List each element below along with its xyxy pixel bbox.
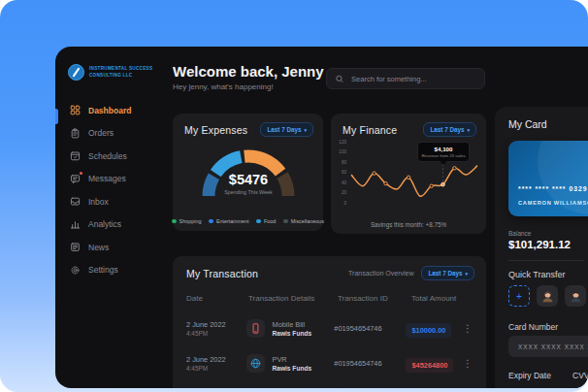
pvr-globe-icon — [246, 354, 265, 373]
settings-gear-icon — [70, 265, 81, 276]
table-row: 2 June 20224:45PM Mobile BillRawis Funds… — [186, 319, 473, 338]
sidebar-item-label: Inbox — [88, 197, 109, 207]
column-date: Date — [186, 294, 248, 303]
expenses-caption: Spending This Week — [176, 189, 321, 195]
legend-dot — [283, 219, 288, 224]
svg-text:40: 40 — [342, 180, 347, 185]
card-number-label: Card Number — [508, 322, 558, 332]
column-amount: Total Amount — [411, 294, 470, 303]
card-masked-number: **** **** **** 0329 — [518, 185, 588, 192]
my-card-panel: My Card **** **** **** 0329 CAMERON WILL… — [495, 107, 588, 388]
finance-footer: Savings this month: +8.75% — [331, 221, 486, 228]
column-id: Transaction ID — [338, 294, 411, 303]
transaction-date: 2 June 20224:45PM — [186, 320, 246, 337]
brand-logo: INSTRUMENTAL SUCCESS CONSULTING LLC — [68, 64, 152, 81]
sidebar-item-schedules[interactable]: Schedules — [55, 148, 160, 163]
column-details: Transaction Details — [248, 294, 338, 303]
dashboard-window: INSTRUMENTAL SUCCESS CONSULTING LLC Dash… — [55, 47, 588, 388]
quick-transfer-contact-1[interactable] — [537, 285, 558, 307]
transaction-amount: $45264800 — [406, 354, 463, 373]
sidebar-menu: DashboardOrdersSchedulesMessagesInboxAna… — [55, 103, 160, 278]
table-row: 2 June 20224:45PM PVRRawis Funds #019546… — [186, 354, 473, 373]
brand-name: INSTRUMENTAL SUCCESS CONSULTING LLC — [89, 66, 152, 80]
messages-chat-icon — [70, 174, 81, 184]
sidebar-item-analytics[interactable]: Analytics — [55, 217, 160, 232]
chevron-down-icon: ▾ — [304, 127, 307, 133]
expenses-card: My Expenses Last 7 Days▾ $5476 Spending … — [173, 114, 323, 231]
mobile-phone-icon — [246, 319, 265, 338]
svg-text:120: 120 — [339, 140, 346, 145]
tooltip-value: $4,100 — [420, 146, 467, 152]
chevron-down-icon: ▾ — [467, 127, 470, 133]
expenses-gauge-chart: $5476 Spending This Week — [176, 138, 321, 202]
sidebar-item-news[interactable]: News — [55, 240, 160, 254]
transaction-overview-label: Transaction Overview — [348, 270, 413, 277]
svg-text:60: 60 — [342, 170, 347, 175]
svg-text:0: 0 — [343, 201, 346, 206]
legend-dot — [209, 219, 213, 224]
legend-dot — [256, 219, 261, 224]
legend-label: Miscellaneous — [291, 218, 324, 224]
transaction-amount: $10000.00 — [406, 319, 463, 338]
legend-label: Food — [264, 218, 276, 224]
card-number-input[interactable] — [508, 336, 588, 357]
schedules-calendar-icon — [70, 150, 81, 161]
expenses-title: My Expenses — [184, 124, 247, 136]
sidebar-item-messages[interactable]: Messages — [55, 172, 160, 186]
dashboard-grid-icon — [70, 105, 81, 115]
svg-text:20: 20 — [342, 190, 347, 195]
transaction-date: 2 June 20224:45PM — [186, 355, 246, 372]
transaction-details: PVRRawis Funds — [246, 354, 334, 373]
cvv-label: CVV — [572, 371, 588, 380]
inbox-tray-icon — [70, 196, 81, 207]
legend-dot — [172, 219, 177, 224]
search-bar[interactable] — [326, 68, 485, 89]
legend-item-miscellaneous: Miscellaneous — [283, 218, 324, 224]
svg-text:100: 100 — [339, 149, 346, 154]
expiry-date-label: Expiry Date — [508, 371, 551, 380]
card-holder-name: CAMERON WILLIAMSON — [518, 200, 588, 206]
credit-card: **** **** **** 0329 CAMERON WILLIAMSON — [508, 141, 588, 216]
kebab-menu-icon[interactable]: ⋮ — [463, 359, 473, 369]
expenses-range-button[interactable]: Last 7 Days▾ — [260, 122, 313, 137]
divider — [508, 260, 584, 261]
kebab-menu-icon[interactable]: ⋮ — [463, 324, 473, 334]
sidebar-item-orders[interactable]: Orders — [55, 126, 160, 141]
sidebar-item-label: Settings — [88, 265, 118, 275]
page-title: Welcome back, Jenny — [173, 63, 324, 80]
analytics-bars-icon — [70, 219, 81, 230]
legend-item-entertainment: Entertainment — [209, 218, 248, 224]
sidebar-item-settings[interactable]: Settings — [55, 263, 160, 278]
brand-logo-icon — [68, 64, 84, 81]
finance-card: My Finance Last 7 Days▾ 120100806040200 … — [331, 114, 486, 234]
transactions-card: My Transaction Transaction Overview Last… — [173, 256, 486, 388]
finance-range-button[interactable]: Last 7 Days▾ — [423, 122, 476, 137]
transactions-title: My Transaction — [186, 268, 258, 279]
legend-item-shopping: Shopping — [172, 218, 201, 224]
news-paper-icon — [70, 242, 81, 252]
unread-badge — [80, 172, 83, 176]
search-input[interactable] — [349, 74, 475, 84]
quick-transfer-label: Quick Transfer — [508, 270, 566, 279]
chevron-down-icon: ▾ — [465, 271, 468, 277]
sidebar-item-label: Schedules — [88, 151, 127, 161]
add-contact-button[interactable]: + — [508, 285, 530, 307]
expenses-amount: $5476 — [176, 172, 321, 187]
transactions-range-button[interactable]: Last 7 Days▾ — [421, 266, 474, 280]
finance-line-chart: 120100806040200 $4,100 Revenue from 25 s… — [336, 137, 481, 212]
sidebar-item-label: Dashboard — [88, 106, 131, 115]
sidebar-item-dashboard[interactable]: Dashboard — [55, 103, 160, 117]
transaction-id: #01954654746 — [334, 324, 406, 333]
page-subtitle: Hey jenny, what's happening! — [173, 82, 274, 91]
sidebar-item-label: News — [88, 243, 109, 252]
sidebar-item-label: Analytics — [88, 219, 121, 229]
app-canvas: INSTRUMENTAL SUCCESS CONSULTING LLC Dash… — [0, 0, 588, 392]
expenses-legend: ShoppingEntertainmentFoodMiscellaneous — [173, 218, 323, 224]
finance-title: My Finance — [343, 124, 397, 136]
quick-transfer-contact-2[interactable] — [565, 285, 586, 307]
balance-value: $101,291.12 — [508, 239, 571, 250]
svg-text:80: 80 — [342, 160, 347, 165]
sidebar-item-inbox[interactable]: Inbox — [55, 194, 160, 209]
legend-label: Shopping — [180, 218, 202, 224]
transactions-column-headers: Date Transaction Details Transaction ID … — [173, 294, 486, 303]
